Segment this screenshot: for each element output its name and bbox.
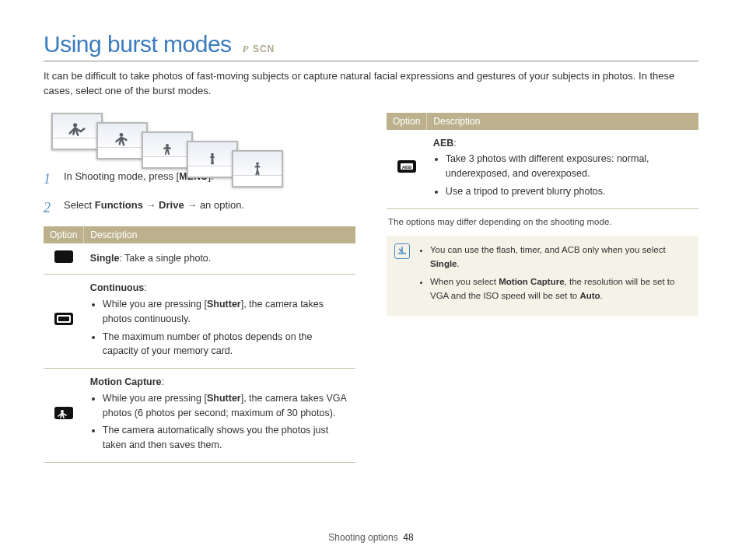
svg-point-0	[73, 123, 77, 127]
burst-sequence-illustration	[51, 113, 355, 150]
svg-point-1	[120, 133, 124, 137]
table-row: AEB AEB: Take 3 photos with different ex…	[387, 130, 698, 209]
table2-head-option: Option	[387, 113, 427, 130]
continuous-icon	[54, 312, 74, 326]
options-note: The options may differ depending on the …	[388, 217, 698, 226]
burst-frame-4	[187, 141, 238, 178]
options-table-1: Option Description Single: Take a single…	[44, 226, 355, 463]
page-footer: Shooting options 48	[0, 532, 742, 543]
info-note-icon	[394, 243, 410, 259]
step-2: 2 Select Functions → Drive → an option.	[44, 198, 355, 219]
step-1-number: 1	[44, 169, 56, 190]
info-box: You can use the flash, timer, and ACB on…	[387, 236, 698, 316]
single-icon	[54, 250, 74, 264]
aeb-icon: AEB	[397, 159, 417, 173]
svg-text:AEB: AEB	[402, 165, 412, 170]
burst-frame-2	[96, 122, 148, 159]
table1-head-desc: Description	[84, 226, 355, 243]
burst-frame-1	[51, 113, 103, 150]
table-row: Continuous: While you are pressing [Shut…	[44, 275, 355, 369]
table-row: Motion Capture: While you are pressing […	[44, 369, 355, 463]
burst-frame-3	[142, 131, 193, 169]
continuous-desc: Continuous: While you are pressing [Shut…	[84, 275, 355, 369]
options-table-2: Option Description AEB AEB: Take 3 photo…	[387, 113, 698, 209]
info-item-2: When you select Motion Capture, the reso…	[430, 275, 689, 303]
svg-rect-5	[54, 250, 73, 263]
title-rule	[44, 61, 698, 61]
mode-tags: P SCN	[243, 43, 275, 55]
table-row: Single: Take a single photo.	[44, 243, 355, 275]
svg-rect-8	[58, 317, 69, 321]
table2-head-desc: Description	[427, 113, 698, 130]
step-2-number: 2	[44, 198, 56, 219]
single-desc: Single: Take a single photo.	[84, 243, 355, 275]
page-title: Using burst modes	[44, 31, 232, 58]
aeb-desc: AEB: Take 3 photos with different exposu…	[427, 130, 698, 209]
burst-frame-5	[232, 150, 283, 187]
step-2-text: Select Functions → Drive → an option.	[64, 198, 244, 219]
footer-section: Shooting options	[328, 532, 397, 543]
info-item-1: You can use the flash, timer, and ACB on…	[430, 243, 689, 271]
motion-capture-icon	[54, 406, 74, 420]
intro-text: It can be difficult to take photos of fa…	[44, 69, 698, 99]
motion-capture-desc: Motion Capture: While you are pressing […	[84, 369, 355, 463]
footer-page-number: 48	[403, 532, 413, 543]
table1-head-option: Option	[44, 226, 84, 243]
